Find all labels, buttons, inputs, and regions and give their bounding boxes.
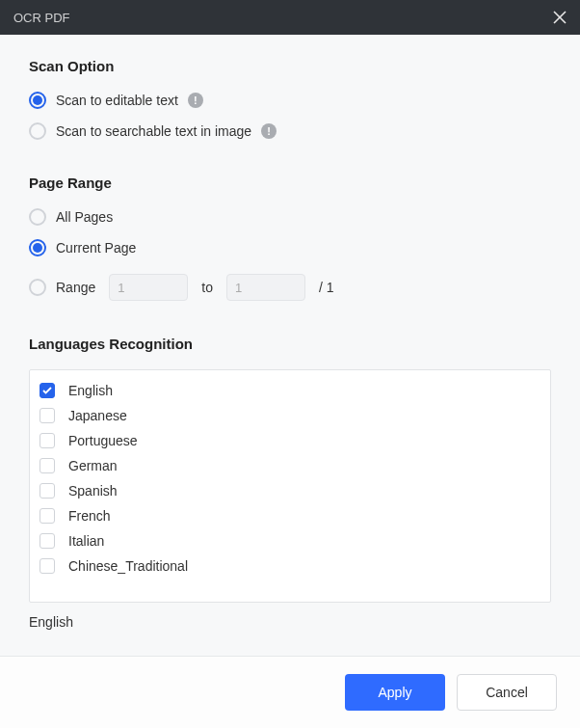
radio-icon — [29, 122, 46, 140]
language-label: Portuguese — [68, 433, 138, 448]
apply-button[interactable]: Apply — [345, 674, 445, 711]
languages-heading: Languages Recognition — [29, 336, 551, 352]
radio-label: Scan to searchable text in image — [56, 123, 251, 139]
radio-label: Range — [56, 280, 95, 295]
selected-languages-summary: English — [29, 614, 551, 630]
range-from-input[interactable] — [109, 274, 188, 301]
radio-icon — [29, 239, 46, 256]
checkbox-icon — [40, 558, 55, 574]
window-title: OCR PDF — [13, 11, 70, 25]
checkbox-icon — [40, 533, 55, 549]
radio-scan-searchable[interactable]: Scan to searchable text in image ! — [29, 122, 551, 140]
language-item[interactable]: Spanish — [30, 478, 550, 503]
language-item[interactable]: Chinese_Traditional — [30, 553, 550, 579]
language-item[interactable]: German — [30, 453, 550, 478]
radio-icon — [29, 279, 46, 296]
checkbox-icon — [40, 408, 55, 423]
radio-label: Current Page — [56, 240, 136, 256]
language-item[interactable]: Portuguese — [30, 428, 550, 453]
language-label: Spanish — [68, 483, 118, 499]
radio-label: Scan to editable text — [56, 93, 178, 108]
checkbox-icon — [40, 383, 55, 398]
radio-icon — [29, 208, 46, 226]
checkbox-icon — [40, 433, 55, 448]
info-icon[interactable]: ! — [261, 123, 277, 139]
dialog-footer: Apply Cancel — [0, 656, 580, 728]
radio-current-page[interactable]: Current Page — [29, 239, 551, 256]
dialog-content: Scan Option Scan to editable text ! Scan… — [0, 35, 580, 656]
radio-range[interactable]: Range to / 1 — [29, 274, 551, 301]
language-label: French — [68, 508, 111, 524]
language-item[interactable]: Italian — [30, 528, 550, 553]
language-item[interactable]: Japanese — [30, 403, 550, 428]
radio-all-pages[interactable]: All Pages — [29, 208, 551, 226]
radio-scan-editable[interactable]: Scan to editable text ! — [29, 92, 551, 109]
page-range-heading: Page Range — [29, 175, 551, 191]
checkbox-icon — [40, 458, 55, 473]
language-label: English — [68, 383, 113, 398]
language-label: Japanese — [68, 408, 127, 423]
checkbox-icon — [40, 508, 55, 524]
info-icon[interactable]: ! — [188, 93, 203, 108]
close-icon[interactable] — [553, 11, 567, 24]
range-total-pages: / 1 — [319, 280, 334, 295]
radio-icon — [29, 92, 46, 109]
checkbox-icon — [40, 483, 55, 499]
language-item[interactable]: English — [30, 378, 550, 403]
radio-label: All Pages — [56, 209, 113, 225]
languages-list[interactable]: EnglishJapanesePortugueseGermanSpanishFr… — [29, 369, 551, 603]
range-to-label: to — [201, 280, 213, 295]
scan-option-heading: Scan Option — [29, 58, 551, 74]
cancel-button[interactable]: Cancel — [457, 674, 557, 711]
language-label: German — [68, 458, 118, 473]
titlebar: OCR PDF — [0, 0, 580, 35]
range-to-input[interactable] — [226, 274, 305, 301]
language-item[interactable]: French — [30, 503, 550, 528]
language-label: Chinese_Traditional — [68, 558, 188, 574]
language-label: Italian — [68, 533, 104, 549]
